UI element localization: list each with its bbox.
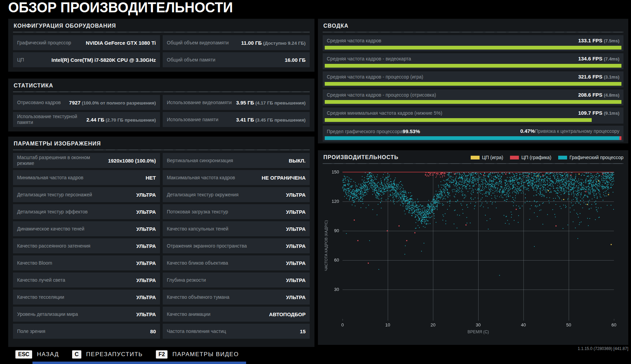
- setting-value-main: 11.00 ГБ: [241, 40, 262, 46]
- summary-label: Средняя частота кадров - процессор (отри…: [327, 92, 436, 98]
- summary-panel: СВОДКА Средняя частота кадров133.1 FPS (…: [318, 19, 628, 143]
- footer-hotkeys: ESCНАЗАДCПЕРЕЗАПУСТИТЬF2ПАРАМЕТРЫ ВИДЕО: [15, 350, 239, 359]
- setting-value: NVIDIA GeForce GTX 1080 Ti: [86, 40, 156, 46]
- setting-value-main: НЕ ОГРАНИЧЕНА: [261, 175, 306, 181]
- summary-row: Средняя минимальная частота кадров (нижн…: [323, 108, 623, 124]
- summary-value: 109.7 FPS (9.1ms): [578, 110, 619, 116]
- hardware-config-panel: КОНФИГУРАЦИЯ ОБОРУДОВАНИЯ Графический пр…: [8, 19, 314, 72]
- setting-value-main: 7927: [69, 100, 80, 106]
- key-badge: F2: [156, 350, 168, 359]
- summary-value: 134.6 FPS (7.4ms): [578, 56, 619, 61]
- page-title: ОБЗОР ПРОИЗВОДИТЕЛЬНОСТИ: [8, 0, 233, 16]
- setting-value: УЛЬТРА: [136, 311, 156, 317]
- performance-chart-panel: ПРОИЗВОДИТЕЛЬНОСТЬ ЦП (игра)ЦП (графика)…: [318, 150, 628, 345]
- hotkey-c[interactable]: CПЕРЕЗАПУСТИТЬ: [72, 350, 143, 359]
- setting-value: 2.44 ГБ (2.70 ГБ превышения): [86, 117, 156, 123]
- setting-label: Минимальная частота кадров: [17, 175, 83, 181]
- setting-label: Отрисовано кадров: [17, 100, 61, 106]
- image-param-row: Частота появления частиц15: [163, 324, 310, 339]
- summary-bar-fill: [325, 118, 592, 122]
- gpu-bound-row: Предел графического процессора99.53%0.47…: [323, 126, 623, 142]
- hotkey-label: ПЕРЕЗАПУСТИТЬ: [86, 351, 143, 358]
- section-divider: [323, 163, 623, 164]
- hotkey-f2[interactable]: F2ПАРАМЕТРЫ ВИДЕО: [156, 350, 239, 359]
- image-param-row: Минимальная частота кадровНЕТ: [13, 170, 160, 185]
- setting-value: УЛЬТРА: [136, 260, 156, 266]
- setting-value: УЛЬТРА: [286, 294, 306, 300]
- summary-ms-value: (4.8ms): [604, 93, 619, 98]
- setting-label: Общий объем видеопамяти: [167, 40, 229, 46]
- setting-value-main: УЛЬТРА: [286, 277, 306, 283]
- summary-ms-value: (7.5ms): [604, 38, 619, 43]
- summary-value: 321.6 FPS (3.1ms): [578, 74, 619, 80]
- setting-value-main: УЛЬТРА: [286, 294, 306, 300]
- setting-value-main: ВЫКЛ.: [289, 158, 306, 164]
- setting-label: Глубина резкости: [167, 277, 206, 283]
- setting-label: Масштаб разрешения в оконном режиме: [17, 155, 105, 166]
- summary-fps-value: 109.7 FPS: [578, 110, 604, 116]
- statistics-section-header: СТАТИСТИКА: [13, 82, 310, 92]
- summary-bar: [325, 64, 621, 68]
- setting-label: Использование видеопамяти: [167, 100, 232, 106]
- hotkey-label: НАЗАД: [37, 351, 59, 358]
- legend-swatch: [471, 156, 480, 159]
- legend-label: ЦП (игра): [482, 155, 503, 160]
- setting-value-main: УЛЬТРА: [286, 260, 306, 266]
- setting-value-main: NVIDIA GeForce GTX 1080 Ti: [86, 40, 156, 46]
- setting-label: Качество лучей света: [17, 277, 65, 283]
- setting-value-main: УЛЬТРА: [136, 243, 156, 249]
- setting-value: 16.00 ГБ: [285, 57, 306, 63]
- summary-fps-value: 321.6 FPS: [578, 74, 604, 80]
- setting-value-main: 3.41 ГБ: [236, 117, 254, 123]
- image-params-section-header: ПАРАМЕТРЫ ИЗОБРАЖЕНИЯ: [13, 140, 310, 150]
- setting-value-main: УЛЬТРА: [136, 277, 156, 283]
- setting-value-main: УЛЬТРА: [136, 209, 156, 215]
- image-param-row: Потоковая загрузка текстурУЛЬТРА: [163, 204, 310, 219]
- hotkey-esc[interactable]: ESCНАЗАД: [15, 350, 59, 359]
- setting-label: Качество тесселяции: [17, 294, 64, 300]
- gpu-bound-bar-fill: [325, 136, 619, 140]
- setting-value-main: УЛЬТРА: [136, 226, 156, 232]
- cpu-bound-label: Привязка к центральному процессору: [535, 128, 619, 134]
- setting-value-sub: (3.45 ГБ превышения): [254, 117, 306, 123]
- section-divider: [13, 150, 310, 150]
- legend-item: ЦП (графика): [510, 155, 551, 160]
- summary-fps-value: 134.6 FPS: [578, 56, 604, 61]
- statistics-panel: СТАТИСТИКА Отрисовано кадров7927 (100.0%…: [8, 79, 314, 131]
- image-param-row: Детализация текстур эффектовУЛЬТРА: [13, 204, 160, 219]
- summary-bar: [325, 46, 621, 50]
- setting-value: УЛЬТРА: [136, 209, 156, 215]
- version-text: 1.1.15.0 (7280369) [441.87]: [578, 346, 628, 351]
- setting-value-main: 16.00 ГБ: [285, 57, 306, 63]
- image-param-row: Динамическое качество тенейУЛЬТРА: [13, 221, 160, 236]
- setting-value: Intel(R) Core(TM) i7-5820K CPU @ 3.30GHz: [51, 57, 156, 63]
- setting-value: 3.41 ГБ (3.45 ГБ превышения): [236, 117, 306, 123]
- legend-item: Графический процессор: [558, 155, 623, 160]
- setting-label: Динамическое качество теней: [17, 226, 84, 232]
- setting-value-main: 80: [150, 328, 156, 334]
- setting-value: НЕТ: [146, 175, 156, 181]
- legend-swatch: [558, 156, 567, 159]
- image-param-row: Отражения экранного пространстваУЛЬТРА: [163, 238, 310, 253]
- summary-row: Средняя частота кадров133.1 FPS (7.5ms): [323, 35, 623, 51]
- summary-ms-value: (7.4ms): [604, 56, 619, 61]
- setting-value-main: УЛЬТРА: [136, 192, 156, 198]
- setting-label: Вертикальная синхронизация: [167, 158, 233, 164]
- image-param-row: Поле зрения80: [13, 324, 160, 339]
- setting-value-main: НЕТ: [146, 175, 156, 181]
- hardware-cell: ЦПIntel(R) Core(TM) i7-5820K CPU @ 3.30G…: [13, 52, 160, 67]
- hardware-cell: Общий объем видеопамяти11.00 ГБ (Доступн…: [163, 35, 310, 50]
- statistics-cell: Отрисовано кадров7927 (100.0% от полного…: [13, 95, 160, 110]
- cpu-bound-bar-fill: [619, 136, 621, 140]
- legend-label: ЦП (графика): [521, 155, 551, 160]
- setting-value: УЛЬТРА: [286, 226, 306, 232]
- setting-value-main: 3.95 ГБ: [236, 100, 254, 106]
- setting-value-main: 1920x1080 (100.0%): [108, 158, 156, 164]
- image-param-row: Максимальная частота кадровНЕ ОГРАНИЧЕНА: [163, 170, 310, 185]
- setting-label: Использование памяти: [167, 117, 218, 123]
- gpu-bound-pct: 99.53%: [403, 128, 420, 134]
- setting-value: ВЫКЛ.: [289, 158, 306, 164]
- setting-label: Качество Bloom: [17, 260, 52, 266]
- gpu-bound-label: Предел графического процессора: [327, 129, 403, 134]
- summary-row: Средняя частота кадров - процессор (игра…: [323, 71, 623, 87]
